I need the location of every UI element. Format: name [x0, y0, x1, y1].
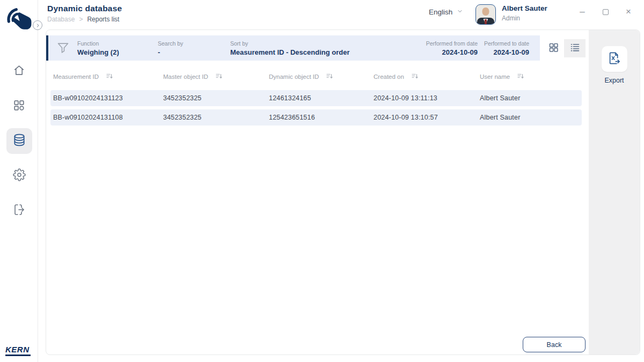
- column-header-measurement-id[interactable]: Measurement ID: [50, 73, 160, 80]
- filter-field-performed-from: Performed from date 2024-10-09: [389, 40, 478, 56]
- excel-export-icon: [607, 51, 621, 68]
- table-body: BB-w09102024131123 3452352325 1246132416…: [50, 90, 582, 125]
- filter-label: Sort by: [230, 40, 389, 47]
- home-icon: [12, 64, 26, 79]
- logout-icon: [13, 203, 26, 218]
- sort-icon[interactable]: [216, 73, 222, 80]
- filter-value: Weighing (2): [77, 48, 158, 56]
- grid-view-icon: [548, 42, 559, 55]
- filter-value: 2024-10-09: [478, 48, 529, 56]
- column-header-dynamic-object-id[interactable]: Dynamic object ID: [266, 73, 371, 80]
- column-header-label: Created on: [374, 73, 404, 80]
- app-logo-touch-icon: [5, 5, 33, 35]
- sidebar-item-home[interactable]: [6, 58, 32, 84]
- language-selector[interactable]: English: [429, 8, 463, 16]
- column-header-label: Master object ID: [163, 73, 208, 80]
- cell-measurement-id: BB-w09102024131123: [50, 94, 160, 102]
- column-header-created-on[interactable]: Created on: [371, 73, 477, 80]
- sort-icon[interactable]: [326, 73, 333, 80]
- kern-logo: KERN: [5, 345, 31, 356]
- export-panel: Export: [589, 30, 640, 354]
- cell-dynamic-object-id: 125423651516: [266, 114, 371, 121]
- column-header-user-name[interactable]: User name: [477, 73, 582, 80]
- cell-created-on: 2024-10-09 13:11:13: [371, 94, 477, 102]
- view-toggle: [543, 39, 586, 57]
- filter-value: -: [158, 48, 230, 56]
- column-header-master-object-id[interactable]: Master object ID: [160, 73, 266, 80]
- reports-main: Function Weighing (2) Search by - Sort b…: [46, 30, 589, 354]
- sidebar-item-functions[interactable]: [6, 93, 32, 119]
- user-menu[interactable]: Albert Sauter Admin: [475, 4, 547, 25]
- breadcrumb-parent[interactable]: Database: [47, 16, 75, 23]
- chevron-down-icon: [457, 8, 463, 16]
- minimize-button[interactable]: –: [579, 7, 586, 17]
- cell-created-on: 2024-10-09 13:10:57: [371, 114, 477, 121]
- close-button[interactable]: ×: [625, 7, 632, 17]
- filter-summary-bar[interactable]: Function Weighing (2) Search by - Sort b…: [46, 35, 540, 61]
- breadcrumb-current: Reports list: [87, 16, 119, 23]
- grid-view-button[interactable]: [543, 39, 564, 57]
- filter-field-performed-to: Performed to date 2024-10-09: [478, 40, 540, 56]
- breadcrumb: Database > Reports list: [47, 16, 122, 23]
- language-selected-value: English: [429, 8, 452, 16]
- avatar: [475, 4, 496, 25]
- sidebar-item-settings[interactable]: [6, 163, 32, 189]
- page-header: Dynamic database Database > Reports list: [47, 4, 122, 23]
- sidebar: KERN: [0, 0, 38, 362]
- page-title: Dynamic database: [47, 4, 122, 13]
- column-header-label: Measurement ID: [53, 73, 99, 80]
- sort-icon[interactable]: [517, 73, 524, 80]
- column-header-label: Dynamic object ID: [269, 73, 319, 80]
- sort-icon[interactable]: [412, 73, 418, 80]
- filter-label: Performed to date: [478, 40, 529, 47]
- cell-master-object-id: 3452352325: [160, 94, 266, 102]
- window-controls: – ×: [579, 7, 632, 17]
- export-label: Export: [589, 77, 640, 84]
- filter-label: Search by: [158, 40, 230, 47]
- user-name: Albert Sauter: [502, 4, 547, 12]
- back-button[interactable]: Back: [523, 337, 586, 352]
- filter-field-function: Function Weighing (2): [77, 40, 158, 56]
- table-row[interactable]: BB-w09102024131108 3452352325 1254236515…: [50, 109, 582, 125]
- table-row[interactable]: BB-w09102024131123 3452352325 1246132416…: [50, 90, 582, 106]
- column-header-label: User name: [480, 73, 510, 80]
- filter-value: Measurement ID - Descending order: [230, 48, 389, 56]
- filter-field-search-by: Search by -: [158, 40, 230, 56]
- maximize-icon: [603, 9, 609, 15]
- sidebar-item-database[interactable]: [6, 128, 32, 154]
- filter-value: 2024-10-09: [389, 48, 478, 56]
- maximize-button[interactable]: [602, 7, 609, 17]
- sidebar-nav: [0, 58, 38, 224]
- content-card: Function Weighing (2) Search by - Sort b…: [46, 29, 640, 355]
- sidebar-item-logout[interactable]: [6, 198, 32, 224]
- filter-field-sort-by: Sort by Measurement ID - Descending orde…: [230, 40, 389, 56]
- sort-icon[interactable]: [106, 73, 113, 80]
- cell-user-name: Albert Sauter: [477, 94, 582, 102]
- apps-grid-icon: [12, 99, 26, 114]
- cell-dynamic-object-id: 12461324165: [266, 94, 371, 102]
- list-view-icon: [569, 42, 581, 55]
- gear-icon: [13, 168, 26, 183]
- database-icon: [12, 133, 26, 149]
- list-view-button[interactable]: [564, 39, 586, 57]
- user-role: Admin: [502, 14, 547, 22]
- filter-funnel-icon: [48, 41, 77, 55]
- chevron-right-icon: [35, 20, 40, 30]
- cell-user-name: Albert Sauter: [477, 114, 582, 121]
- cell-measurement-id: BB-w09102024131108: [50, 114, 160, 121]
- filter-label: Performed from date: [389, 40, 478, 47]
- export-button[interactable]: [602, 46, 627, 72]
- breadcrumb-separator: >: [79, 16, 83, 23]
- table-header-row: Measurement ID Master object ID Dynamic …: [50, 73, 582, 80]
- cell-master-object-id: 3452352325: [160, 114, 266, 121]
- sidebar-expand-button[interactable]: [33, 20, 42, 30]
- filter-label: Function: [77, 40, 158, 47]
